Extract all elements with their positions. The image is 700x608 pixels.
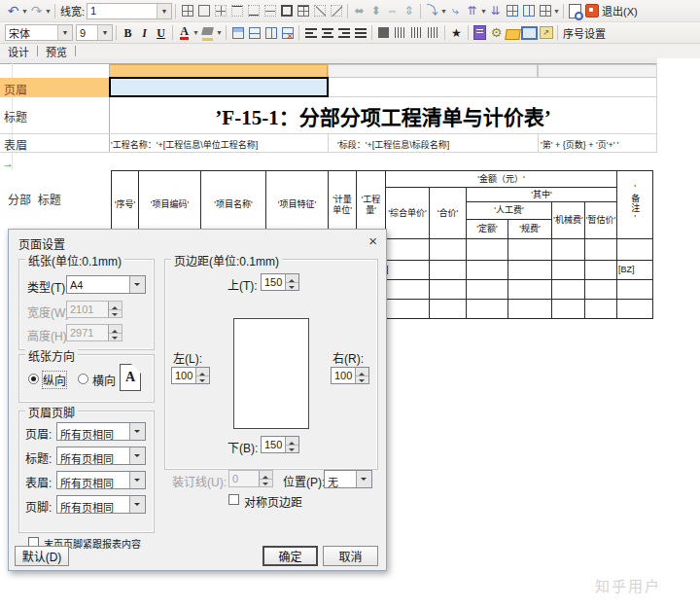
portrait-label[interactable]: 纵向 — [43, 372, 66, 388]
grid-cell[interactable] — [430, 261, 467, 280]
chevron-down-icon[interactable] — [129, 276, 145, 293]
chevron-down-icon[interactable] — [129, 447, 145, 464]
grid-cell[interactable] — [552, 280, 585, 300]
border-top-icon[interactable] — [228, 2, 245, 20]
mirror-margins-label[interactable]: 对称页边距 — [244, 493, 302, 510]
margin-right-spinner[interactable]: 100 — [331, 367, 369, 384]
band-label-title[interactable]: 标题 — [4, 108, 27, 125]
paper-type-combo[interactable]: A4 — [66, 275, 146, 294]
chevron-down-icon[interactable] — [129, 496, 145, 513]
valign-fill-icon[interactable] — [375, 23, 392, 42]
portrait-radio[interactable] — [28, 374, 39, 384]
align-left-icon[interactable] — [302, 23, 319, 42]
header-cell-fee[interactable]: '规费' — [508, 220, 552, 239]
align-justify-icon[interactable] — [352, 23, 368, 42]
header-cell-quota[interactable]: '定额' — [467, 220, 508, 239]
exit-app-icon[interactable] — [583, 2, 600, 20]
border-outside-icon[interactable] — [195, 2, 212, 20]
header-cell-labor[interactable]: '人工费' — [467, 202, 552, 220]
title-mode-combo[interactable]: 所有页相同 — [56, 447, 146, 465]
ok-button[interactable]: 确定 — [262, 546, 318, 566]
header-cell-estimate[interactable]: '暂估价' — [585, 202, 617, 239]
band-label-page-header[interactable]: 页眉 — [4, 81, 27, 97]
exit-button[interactable]: 退出(X) — [602, 3, 638, 18]
grid-cell[interactable] — [467, 280, 508, 300]
font-family-combo[interactable]: 宋体 ▼ — [5, 24, 73, 41]
grid-cell[interactable] — [386, 239, 430, 261]
grid-cell[interactable] — [585, 280, 617, 300]
grid-cell[interactable] — [585, 300, 617, 319]
border-horizontal-icon[interactable] — [262, 2, 278, 20]
insert-col-icon[interactable]: ⇈ — [464, 2, 480, 20]
undo-icon[interactable]: ↶ — [5, 2, 21, 20]
distribute-rows-icon[interactable]: ⬍ — [368, 2, 384, 20]
chevron-down-icon[interactable] — [129, 423, 145, 440]
cancel-button[interactable]: 取消 — [323, 546, 378, 566]
font-size-combo[interactable]: 9 ▼ — [76, 24, 113, 41]
header-cell-remark[interactable]: '备注' — [617, 171, 653, 239]
split-cells-icon[interactable]: ✕ — [279, 23, 296, 42]
chevron-down-icon[interactable] — [129, 472, 145, 488]
redo-icon[interactable]: ↷ — [28, 2, 45, 20]
gear-icon[interactable]: ⚙ — [488, 23, 505, 42]
grid-cell[interactable] — [617, 239, 653, 261]
table-properties-icon[interactable] — [520, 2, 537, 20]
chevron-down-icon[interactable]: ▼ — [157, 4, 171, 18]
same-width-icon[interactable]: ⇔ — [384, 2, 401, 20]
paper-width-spinner[interactable]: 2101 — [66, 301, 122, 318]
insert-row-dropdown-icon[interactable]: ▼ — [440, 8, 447, 15]
grid-cell[interactable] — [508, 239, 552, 261]
border-diagonal-down-icon[interactable] — [311, 2, 328, 20]
grid-cell[interactable] — [508, 280, 552, 300]
binding-line-spinner[interactable]: 0 — [228, 470, 273, 487]
gridlines-dropdown-icon[interactable]: ▼ — [553, 8, 560, 15]
close-icon[interactable]: × — [368, 232, 377, 249]
border-all-icon[interactable] — [179, 2, 195, 20]
spinner-buttons[interactable] — [285, 274, 298, 290]
head-cell-project-name[interactable]: '工程名称：'+[工程信息\单位工程名称] — [111, 138, 258, 151]
table-head-mode-combo[interactable]: 所有页相同 — [56, 471, 146, 489]
header-cell-machine[interactable]: '机械费' — [552, 202, 585, 239]
grid-cell[interactable] — [386, 300, 430, 319]
grid-cell[interactable] — [430, 300, 467, 319]
underline-button[interactable]: U — [153, 23, 169, 42]
head-cell-page-number[interactable]: '第' + {页数} + '页'+' ' — [541, 138, 619, 151]
grid-cell[interactable] — [508, 261, 552, 280]
grid-cell[interactable] — [467, 261, 508, 280]
head-cell-bid-section[interactable]: '标段：'+[工程信息\标段名称] — [337, 138, 449, 151]
grid-cell-fragment[interactable]: ] — [386, 261, 430, 280]
open-folder-icon[interactable] — [505, 23, 521, 42]
align-right-icon[interactable] — [335, 23, 352, 42]
insert-table-icon[interactable] — [504, 2, 520, 20]
spinner-buttons[interactable] — [285, 437, 298, 452]
header-cell-unit-price[interactable]: '综合单价' — [386, 188, 430, 239]
grid-cell[interactable] — [467, 239, 508, 261]
font-color-icon[interactable]: A — [176, 23, 192, 42]
header-cell-amount[interactable]: '金额（元）' — [386, 171, 617, 188]
selected-column-band[interactable] — [109, 64, 328, 78]
bold-button[interactable]: B — [120, 23, 136, 42]
page-header-mode-combo[interactable]: 所有页相同 — [56, 422, 146, 441]
margin-top-spinner[interactable]: 150 — [261, 273, 299, 291]
mirror-margins-checkbox[interactable] — [228, 494, 239, 505]
border-grid-icon[interactable] — [295, 2, 311, 20]
report-title-cell[interactable]: ’F-15-1：分部分项工程清单与计价表’ — [109, 101, 657, 130]
unmerge-cells-icon[interactable] — [262, 23, 279, 42]
spinner-buttons[interactable] — [108, 302, 122, 317]
export-icon[interactable]: ↗ — [538, 23, 554, 42]
merge-across-icon[interactable] — [246, 23, 262, 42]
tab-design[interactable]: 设计 — [0, 44, 37, 59]
grid-cell[interactable] — [552, 300, 585, 319]
undo-dropdown-icon[interactable]: ▼ — [21, 8, 28, 15]
grid-cell[interactable] — [467, 300, 508, 319]
default-button[interactable]: 默认(D) — [15, 546, 69, 566]
border-diagonal-up-icon[interactable] — [328, 2, 344, 20]
spinner-buttons[interactable] — [355, 368, 368, 383]
binding-position-combo[interactable]: 无 — [324, 470, 372, 488]
chevron-down-icon[interactable] — [356, 471, 371, 487]
vertical-text-icon[interactable] — [392, 23, 408, 42]
font-color-dropdown-icon[interactable]: ▼ — [192, 29, 199, 36]
landscape-label[interactable]: 横向 — [92, 372, 116, 388]
rotate-text-up-icon[interactable] — [408, 23, 425, 42]
tab-preview[interactable]: 预览 — [38, 44, 75, 59]
